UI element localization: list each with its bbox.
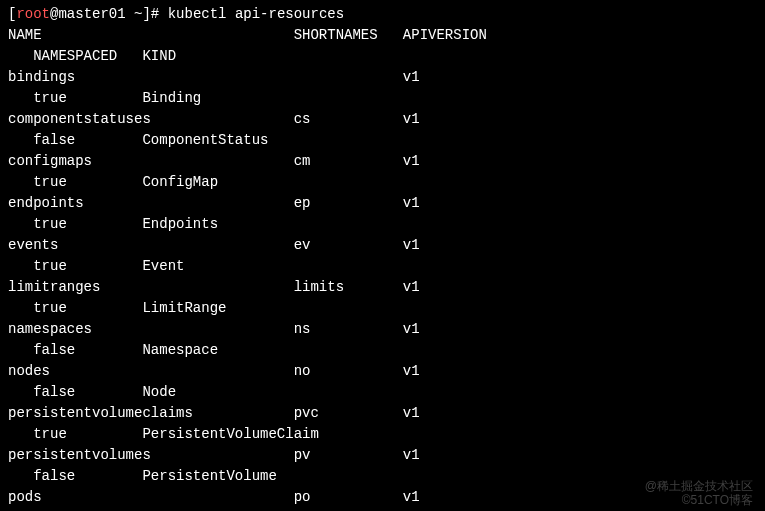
table-row: events ev v1 <box>8 235 757 256</box>
shell-prompt[interactable]: [root@master01 ~]# kubectl api-resources <box>8 4 757 25</box>
table-row: true PersistentVolumeClaim <box>8 424 757 445</box>
table-row: bindings v1 <box>8 67 757 88</box>
table-row: componentstatuses cs v1 <box>8 109 757 130</box>
table-row: false ComponentStatus <box>8 130 757 151</box>
table-row: endpoints ep v1 <box>8 193 757 214</box>
table-row: persistentvolumes pv v1 <box>8 445 757 466</box>
table-row: namespaces ns v1 <box>8 319 757 340</box>
table-row: true Event <box>8 256 757 277</box>
header-line-2: NAMESPACED KIND <box>8 46 757 67</box>
watermark-text: ©51CTO博客 <box>682 491 753 509</box>
table-row: true Endpoints <box>8 214 757 235</box>
prompt-space <box>126 6 134 22</box>
table-row: true ConfigMap <box>8 172 757 193</box>
prompt-hash: # <box>151 6 168 22</box>
table-row: persistentvolumeclaims pvc v1 <box>8 403 757 424</box>
bracket-close: ] <box>142 6 150 22</box>
table-row: false Namespace <box>8 340 757 361</box>
header-line-1: NAME SHORTNAMES APIVERSION <box>8 25 757 46</box>
table-row: true Binding <box>8 88 757 109</box>
table-row: limitranges limits v1 <box>8 277 757 298</box>
table-row: true LimitRange <box>8 298 757 319</box>
table-row: configmaps cm v1 <box>8 151 757 172</box>
prompt-user: root <box>16 6 50 22</box>
table-row: false Node <box>8 382 757 403</box>
prompt-host: master01 <box>58 6 125 22</box>
table-row: nodes no v1 <box>8 361 757 382</box>
command-text: kubectl api-resources <box>168 6 344 22</box>
